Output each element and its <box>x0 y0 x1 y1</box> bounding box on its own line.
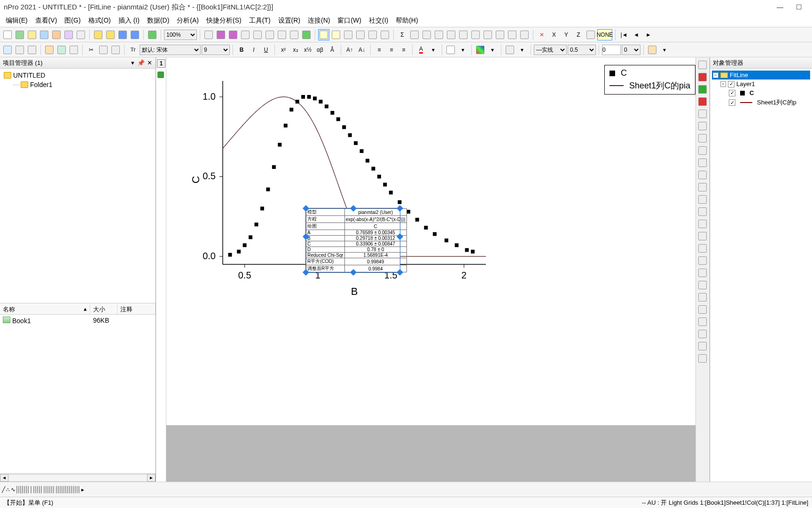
align-t-icon[interactable] <box>62 486 62 493</box>
line-width-select[interactable]: 0.5 <box>568 45 596 55</box>
slide-show-icon[interactable] <box>227 29 239 40</box>
group-icon[interactable] <box>78 486 79 493</box>
recalculate-icon[interactable] <box>276 29 288 40</box>
area-plot-icon[interactable] <box>22 486 23 493</box>
symbol-icon[interactable]: Å <box>327 44 338 56</box>
tool-c-icon[interactable] <box>697 133 708 144</box>
scatter-plot-icon[interactable]: ∴ <box>6 486 10 493</box>
layer-tab[interactable]: 1 <box>157 59 165 68</box>
save-icon[interactable] <box>117 29 128 40</box>
highlight-dropdown-icon[interactable]: ▾ <box>457 44 468 56</box>
new-notes-icon[interactable] <box>63 29 74 40</box>
line-color-dropdown-icon[interactable]: ▾ <box>516 44 528 56</box>
line-color-icon[interactable] <box>504 44 515 56</box>
menu-quick[interactable]: 快捷分析(S) <box>203 15 245 27</box>
dist-v-icon[interactable] <box>69 486 70 493</box>
scroll-track[interactable] <box>8 474 147 482</box>
add-layer-icon[interactable] <box>367 29 378 40</box>
col-note[interactable]: 注释 <box>117 303 156 314</box>
obj-layer1[interactable]: − ✓ Layer1 <box>712 79 810 88</box>
back-icon[interactable] <box>77 486 78 493</box>
tool-p-icon[interactable] <box>697 292 708 303</box>
zoom-out-icon[interactable] <box>330 29 342 40</box>
obj-fitline[interactable]: − FitLine <box>712 71 810 79</box>
col-z-icon[interactable] <box>470 29 481 40</box>
sort-asc-icon[interactable] <box>421 29 432 40</box>
paste-icon[interactable] <box>110 44 121 56</box>
font-name-select[interactable]: 默认: 宋体 <box>140 45 201 55</box>
superscript-icon[interactable]: x² <box>278 44 289 56</box>
new-layout-icon[interactable] <box>75 29 86 40</box>
tool-n-icon[interactable] <box>697 267 708 278</box>
new-workbook-icon[interactable] <box>14 29 25 40</box>
tool-o-icon[interactable] <box>697 279 708 291</box>
menu-view[interactable]: 查看(V) <box>31 15 61 27</box>
font-size-select[interactable]: 9 <box>202 45 230 55</box>
minimize-button[interactable]: — <box>771 0 789 14</box>
mask-remove-icon[interactable] <box>585 29 596 40</box>
line-plot-icon[interactable]: ╱ <box>2 486 5 493</box>
fit-results-table[interactable]: 模型pianmtai2 (User) 方程exp(-abs(x-A)^2/(B-… <box>305 208 400 273</box>
file-list-body[interactable]: Book1 96KB <box>0 315 156 473</box>
pie-plot-icon[interactable] <box>24 486 25 493</box>
lock-icon[interactable] <box>157 71 164 78</box>
file-row-book1[interactable]: Book1 96KB <box>0 315 156 326</box>
col-size[interactable]: 大小 <box>90 303 117 314</box>
tree-folder1[interactable]: Folder1 <box>11 80 154 89</box>
obj-series-fit[interactable]: ✓ Sheet1列C的p <box>712 97 810 108</box>
font-color-dropdown-icon[interactable]: ▾ <box>428 44 439 56</box>
duplicate-icon[interactable] <box>252 29 263 40</box>
font-decrease-icon[interactable]: A↓ <box>356 44 367 56</box>
col-label-icon[interactable] <box>494 29 506 40</box>
plot-legend[interactable]: C Sheet1列C的pia <box>604 65 695 95</box>
greek-icon[interactable]: αβ <box>314 44 326 56</box>
tool-s-icon[interactable] <box>697 328 708 340</box>
new-graph-icon[interactable] <box>51 29 62 40</box>
refresh-icon[interactable] <box>264 29 275 40</box>
paste-format2-icon[interactable] <box>68 44 79 56</box>
menu-analysis[interactable]: 分析(A) <box>173 15 203 27</box>
fill-color-icon[interactable] <box>475 44 486 56</box>
scroll-left-icon[interactable]: ◄ <box>0 474 8 482</box>
more-icon[interactable]: ▸ <box>81 486 84 493</box>
tool-k-icon[interactable] <box>697 230 708 242</box>
tree-root[interactable]: UNTITLED <box>2 71 154 80</box>
mask-z-icon[interactable]: Z <box>573 29 584 40</box>
mask2-icon[interactable] <box>46 486 47 493</box>
stats-icon[interactable] <box>409 29 420 40</box>
rescale-x-icon[interactable] <box>697 71 708 83</box>
page-view-icon[interactable] <box>355 29 366 40</box>
align-c-icon[interactable] <box>58 486 59 493</box>
rescale-icon[interactable] <box>697 59 708 71</box>
align-b-icon[interactable] <box>65 486 66 493</box>
col-x-icon[interactable] <box>445 29 457 40</box>
layer3-icon[interactable] <box>37 486 38 493</box>
tool-m-icon[interactable] <box>697 255 708 266</box>
sigma-icon[interactable]: Σ <box>397 29 408 40</box>
mask-y-icon[interactable]: Y <box>561 29 572 40</box>
arrow-icon[interactable] <box>289 29 300 40</box>
layer4-icon[interactable] <box>39 486 40 493</box>
project-tree[interactable]: UNTITLED Folder1 <box>0 69 156 303</box>
add-icon[interactable] <box>301 29 312 40</box>
menu-edit[interactable]: 编辑(E) <box>2 15 31 27</box>
tool-b-icon[interactable] <box>697 120 708 132</box>
maximize-button[interactable]: ☐ <box>789 0 808 14</box>
palette2-dropdown-icon[interactable]: ▾ <box>659 44 670 56</box>
new-project-icon[interactable] <box>2 29 13 40</box>
expand-icon[interactable]: − <box>720 81 726 87</box>
same-w-icon[interactable] <box>71 486 72 493</box>
go-prev-icon[interactable]: ◄ <box>631 29 642 40</box>
rescale-z-icon[interactable] <box>697 96 708 107</box>
tool-d-icon[interactable] <box>697 145 708 156</box>
obj-series-c[interactable]: ✓ C <box>712 88 810 97</box>
tool-j-icon[interactable] <box>697 218 708 230</box>
palette2-icon[interactable] <box>647 44 658 56</box>
font-increase-icon[interactable]: A↑ <box>344 44 355 56</box>
new-excel-icon[interactable] <box>39 29 50 40</box>
col-err-icon[interactable] <box>482 29 493 40</box>
fill-dropdown-icon[interactable]: ▾ <box>487 44 498 56</box>
go-next-icon[interactable]: ► <box>643 29 654 40</box>
go-first-icon[interactable]: |◄ <box>618 29 630 40</box>
open-template-icon[interactable] <box>105 29 116 40</box>
